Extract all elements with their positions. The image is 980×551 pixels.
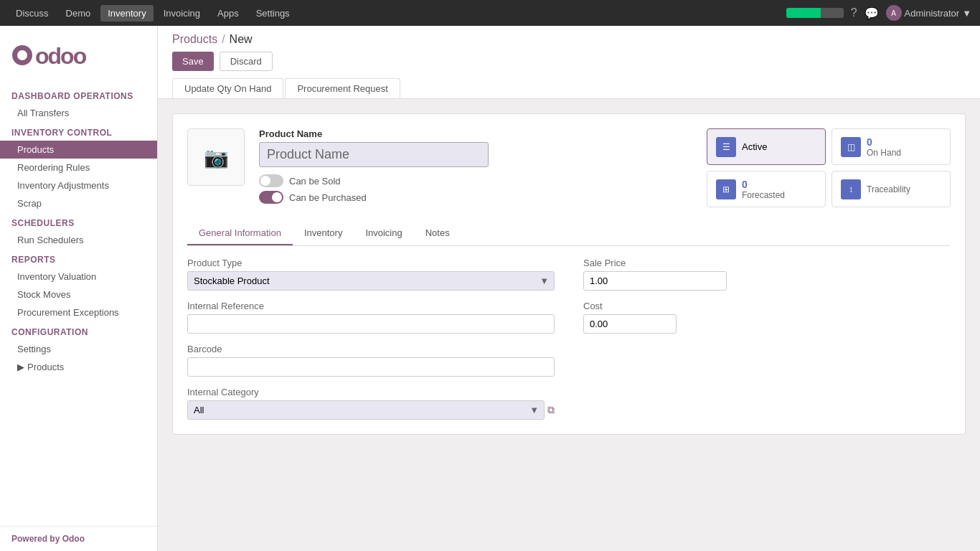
on-hand-info: 0 On Hand — [867, 136, 901, 158]
can-be-sold-label: Can be Sold — [289, 176, 341, 187]
sidebar-item-products[interactable]: Products — [0, 141, 157, 159]
svg-text:odoo: odoo — [35, 43, 87, 69]
cost-label: Cost — [583, 301, 951, 311]
breadcrumb: Products / New — [172, 33, 966, 46]
sidebar: odoo Dashboard Operations All Transfers … — [0, 26, 158, 551]
content-header: Products / New Save Discard Update Qty O… — [158, 26, 980, 99]
product-top-section: 📷 Product Name Can be Sold — [187, 128, 951, 207]
top-nav-right: ? 💬 A Administrator ▼ — [786, 5, 971, 21]
sale-price-label: Sale Price — [583, 258, 951, 268]
active-icon: ☰ — [716, 137, 736, 157]
active-button[interactable]: ☰ Active — [707, 128, 826, 165]
right-fields: Sale Price Cost — [583, 258, 951, 420]
sidebar-section-inventory-control: Inventory Control — [0, 122, 157, 141]
breadcrumb-current: New — [230, 33, 253, 46]
sidebar-section-reports: Reports — [0, 249, 157, 268]
username: Administrator — [905, 8, 960, 19]
help-icon[interactable]: ? — [851, 6, 857, 19]
sidebar-item-stock-moves[interactable]: Stock Moves — [0, 286, 157, 303]
forecasted-icon: ⊞ — [716, 179, 736, 199]
can-be-sold-toggle[interactable] — [259, 174, 283, 187]
internal-category-label: Internal Category — [187, 387, 555, 397]
form-tabs: General Information Inventory Invoicing … — [187, 222, 951, 246]
nav-settings[interactable]: Settings — [249, 5, 297, 22]
progress-bar — [786, 8, 844, 18]
sidebar-item-all-transfers[interactable]: All Transfers — [0, 104, 157, 122]
on-hand-label: On Hand — [867, 148, 901, 158]
sidebar-item-procurement-exceptions[interactable]: Procurement Exceptions — [0, 303, 157, 321]
user-menu[interactable]: A Administrator ▼ — [886, 5, 971, 21]
discard-button[interactable]: Discard — [220, 52, 273, 71]
breadcrumb-parent[interactable]: Products — [172, 33, 217, 46]
action-bar: Save Discard — [172, 52, 966, 71]
product-form: 📷 Product Name Can be Sold — [172, 113, 966, 435]
form-tab-invoicing[interactable]: Invoicing — [354, 222, 413, 245]
product-image[interactable]: 📷 — [187, 128, 245, 186]
active-label: Active — [742, 141, 767, 152]
barcode-label: Barcode — [187, 344, 555, 354]
product-type-select[interactable]: Stockable Product Consumable Service — [187, 271, 555, 291]
barcode-field: Barcode — [187, 344, 555, 377]
active-info: Active — [742, 141, 767, 152]
sidebar-item-config-products[interactable]: ▶ Products — [0, 358, 157, 376]
avatar: A — [886, 5, 902, 21]
can-be-purchased-label: Can be Purchased — [289, 192, 367, 203]
product-name-input[interactable] — [259, 142, 489, 167]
left-fields: Product Type Stockable Product Consumabl… — [187, 258, 555, 420]
external-link-icon[interactable]: ⧉ — [547, 404, 555, 416]
cost-field: Cost — [583, 301, 951, 334]
sidebar-logo: odoo — [0, 26, 157, 85]
on-hand-button[interactable]: ◫ 0 On Hand — [831, 128, 951, 165]
sub-tab-procurement-request[interactable]: Procurement Request — [285, 78, 400, 98]
chevron-down-icon: ▼ — [962, 8, 971, 19]
sidebar-section-dashboard: Dashboard Operations — [0, 85, 157, 104]
product-main-info: Product Name Can be Sold C — [259, 128, 692, 207]
nav-inventory[interactable]: Inventory — [100, 5, 153, 22]
toggle-knob — [260, 176, 270, 186]
main-layout: odoo Dashboard Operations All Transfers … — [0, 26, 980, 551]
internal-category-row: All ▼ ⧉ — [187, 400, 555, 420]
top-navigation: Discuss Demo Inventory Invoicing Apps Se… — [0, 0, 980, 26]
traceability-label: Traceability — [867, 184, 910, 194]
forecasted-label: Forecasted — [742, 190, 785, 200]
can-be-purchased-toggle[interactable] — [259, 191, 283, 204]
forecasted-info: 0 Forecasted — [742, 179, 785, 200]
cost-input[interactable] — [583, 314, 677, 334]
chevron-right-icon: ▶ — [17, 362, 24, 372]
nav-discuss[interactable]: Discuss — [9, 5, 56, 22]
sidebar-item-scrap[interactable]: Scrap — [0, 194, 157, 212]
sale-price-input[interactable] — [583, 271, 727, 291]
content-area: Products / New Save Discard Update Qty O… — [158, 26, 980, 551]
internal-reference-label: Internal Reference — [187, 301, 555, 311]
sidebar-item-settings[interactable]: Settings — [0, 340, 157, 358]
on-hand-count: 0 — [867, 136, 901, 148]
form-tab-notes[interactable]: Notes — [414, 222, 461, 245]
traceability-info: Traceability — [867, 184, 910, 194]
product-form-container: 📷 Product Name Can be Sold — [158, 99, 980, 449]
nav-demo[interactable]: Demo — [59, 5, 98, 22]
sidebar-item-inventory-valuation[interactable]: Inventory Valuation — [0, 268, 157, 286]
save-button[interactable]: Save — [172, 52, 214, 71]
odoo-logo: odoo — [11, 37, 90, 78]
can-be-purchased-row: Can be Purchased — [259, 191, 692, 204]
sub-tabs: Update Qty On Hand Procurement Request — [172, 78, 966, 98]
sidebar-item-reordering-rules[interactable]: Reordering Rules — [0, 159, 157, 176]
nav-invoicing[interactable]: Invoicing — [156, 5, 207, 22]
traceability-button[interactable]: ↕ Traceability — [831, 171, 951, 207]
sub-tab-update-qty[interactable]: Update Qty On Hand — [172, 78, 283, 98]
form-tab-inventory[interactable]: Inventory — [293, 222, 354, 245]
form-tab-general[interactable]: General Information — [187, 222, 293, 245]
nav-apps[interactable]: Apps — [210, 5, 246, 22]
internal-category-select[interactable]: All — [187, 400, 545, 420]
sidebar-item-inventory-adjustments[interactable]: Inventory Adjustments — [0, 176, 157, 194]
chat-icon[interactable]: 💬 — [864, 6, 879, 20]
internal-category-wrapper: All ▼ — [187, 400, 545, 420]
forecasted-count: 0 — [742, 179, 785, 190]
powered-by: Powered by Odoo — [0, 526, 157, 551]
sidebar-section-configuration: Configuration — [0, 321, 157, 340]
forecasted-button[interactable]: ⊞ 0 Forecasted — [707, 171, 826, 207]
sidebar-item-run-schedulers[interactable]: Run Schedulers — [0, 231, 157, 249]
progress-fill — [786, 8, 821, 18]
barcode-input[interactable] — [187, 357, 555, 377]
internal-reference-input[interactable] — [187, 314, 555, 334]
